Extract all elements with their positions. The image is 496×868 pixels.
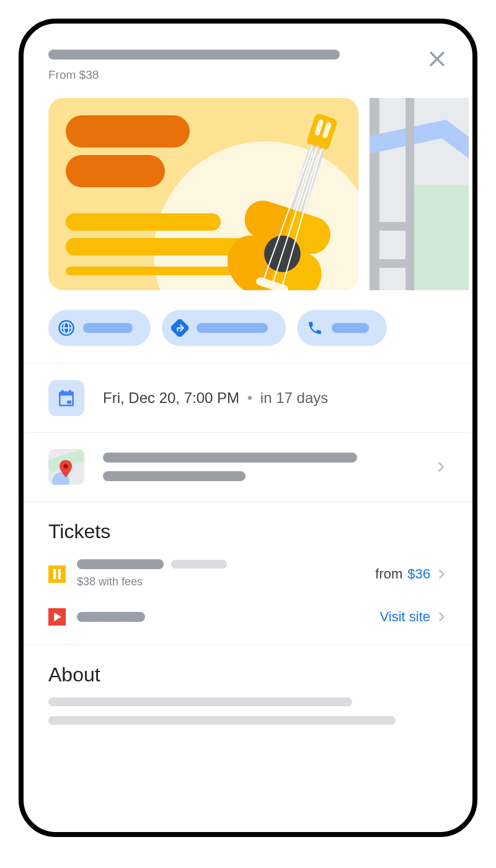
location-text (103, 453, 434, 481)
svg-rect-26 (69, 390, 71, 394)
ticket-vendor-row[interactable]: Visit site (24, 598, 472, 636)
ticket-body (77, 612, 379, 622)
ticket-vendor-row[interactable]: $38 with fees from $36 (24, 549, 472, 598)
phone-icon (303, 316, 327, 340)
svg-rect-32 (58, 569, 61, 578)
ticket-price-action: from $36 (375, 566, 448, 582)
action-chips (24, 290, 472, 363)
svg-point-29 (64, 464, 68, 469)
tickets-heading: Tickets (24, 502, 472, 549)
chip-label (83, 323, 133, 333)
chip-label (197, 323, 268, 333)
datetime-text: Fri, Dec 20, 7:00 PM • in 17 days (103, 389, 328, 407)
svg-rect-31 (53, 569, 56, 578)
close-icon[interactable] (427, 48, 448, 69)
svg-rect-30 (48, 565, 66, 583)
calendar-icon (48, 380, 84, 416)
call-chip[interactable] (297, 310, 387, 346)
directions-chip[interactable] (162, 310, 286, 346)
svg-rect-16 (405, 98, 414, 290)
visit-site-label: Visit site (379, 609, 430, 625)
ticket-body: $38 with fees (77, 559, 375, 588)
ticket-price: $36 (407, 566, 430, 582)
map-thumbnail[interactable] (370, 98, 469, 290)
ticket-fees: $38 with fees (77, 575, 375, 588)
globe-icon (55, 316, 78, 340)
page-content: From $38 (24, 24, 472, 832)
vendor-sub-placeholder (171, 560, 227, 569)
header: From $38 (24, 46, 472, 82)
chevron-right-icon (435, 568, 448, 580)
about-line-placeholder (48, 698, 352, 706)
ticket-visit-action: Visit site (379, 609, 448, 625)
svg-rect-24 (67, 401, 71, 404)
vendor-icon (48, 565, 66, 583)
website-chip[interactable] (48, 310, 151, 346)
event-title-placeholder (48, 50, 340, 60)
chevron-right-icon (434, 460, 448, 474)
vendor-icon (48, 608, 66, 626)
location-map-thumb (48, 449, 84, 485)
about-text (24, 693, 472, 730)
datetime-relative: in 17 days (260, 389, 328, 406)
hero-image (48, 98, 358, 290)
about-heading: About (24, 645, 472, 693)
device-frame: From $38 (19, 19, 477, 837)
svg-rect-12 (413, 185, 469, 290)
location-address-placeholder (103, 471, 246, 481)
hero-carousel[interactable] (24, 82, 472, 290)
chip-label (332, 323, 369, 333)
chevron-right-icon (435, 611, 448, 623)
from-label: from (375, 566, 402, 582)
vendor-name-placeholder (77, 612, 145, 622)
about-line-placeholder (48, 716, 396, 725)
svg-rect-25 (61, 390, 64, 394)
vendor-name-placeholder (77, 559, 164, 569)
datetime-value: Fri, Dec 20, 7:00 PM (103, 389, 239, 406)
datetime-row: Fri, Dec 20, 7:00 PM • in 17 days (24, 364, 472, 432)
location-name-placeholder (103, 453, 357, 463)
from-price: From $38 (48, 68, 419, 82)
separator-dot: • (247, 389, 252, 406)
location-row[interactable] (24, 433, 472, 501)
title-block: From $38 (48, 46, 419, 82)
directions-icon (168, 316, 192, 340)
